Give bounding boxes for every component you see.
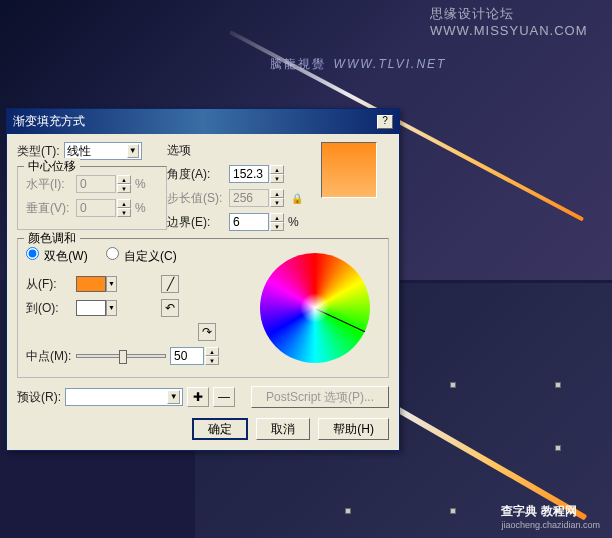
selection-handle[interactable] [555,382,561,388]
center-offset-group: 中心位移 水平(I): ▲▼ % 垂直(V): ▲▼ [17,166,167,230]
edge-input[interactable] [229,213,269,231]
midpoint-input[interactable] [170,347,204,365]
selection-handle[interactable] [450,508,456,514]
spin-up: ▲ [117,199,131,208]
horizontal-label: 水平(I): [26,176,72,193]
type-input[interactable] [67,144,127,158]
preset-add-button[interactable]: ✚ [187,387,209,407]
preset-input[interactable] [68,390,167,404]
lock-icon[interactable]: 🔒 [291,193,303,204]
gradient-fill-dialog: 渐变填充方式 ? 类型(T): ▼ 中心位移 水平(I): [6,108,400,451]
preset-remove-button[interactable]: — [213,387,235,407]
type-label: 类型(T): [17,143,60,160]
angle-input[interactable] [229,165,269,183]
titlebar[interactable]: 渐变填充方式 ? [7,109,399,134]
spin-down: ▼ [270,198,284,207]
vertical-label: 垂直(V): [26,200,72,217]
color-path-direct-button[interactable]: ╱ [161,275,179,293]
spin-down[interactable]: ▼ [270,174,284,183]
spin-up[interactable]: ▲ [270,213,284,222]
spin-up[interactable]: ▲ [270,165,284,174]
color-wheel[interactable] [260,253,370,363]
options-label: 选项 [167,142,313,159]
spin-down[interactable]: ▼ [205,356,219,365]
spin-down: ▼ [117,184,131,193]
gradient-preview-swatch [321,142,377,198]
help-titlebar-button[interactable]: ? [377,115,393,129]
horizontal-input [76,175,116,193]
color-path-ccw-button[interactable]: ↶ [161,299,179,317]
spin-down: ▼ [117,208,131,217]
vertical-input [76,199,116,217]
midpoint-field[interactable]: ▲▼ [170,347,219,365]
chevron-down-icon[interactable]: ▼ [127,144,139,158]
to-label: 到(O): [26,300,72,317]
watermark-bottom: 查字典 教程网 jiaocheng.chazidian.com [501,503,600,530]
selection-handle[interactable] [555,445,561,451]
color-blend-group: 颜色调和 双色(W) 自定义(C) 从(F): ▼ ╱ [17,238,389,378]
postscript-button: PostScript 选项(P)... [251,386,389,408]
selection-handle[interactable] [345,508,351,514]
step-field: ▲▼ [229,189,284,207]
spin-up: ▲ [117,175,131,184]
cancel-button[interactable]: 取消 [256,418,310,440]
color-path-cw-button[interactable]: ↷ [198,323,216,341]
from-color-picker[interactable]: ▼ [76,276,117,292]
midpoint-label: 中点(M): [26,348,72,365]
from-label: 从(F): [26,276,72,293]
spin-down[interactable]: ▼ [270,222,284,231]
midpoint-slider[interactable] [76,354,166,358]
twocolor-radio[interactable]: 双色(W) [26,247,88,265]
watermark-top: 思缘设计论坛 WWW.MISSYUAN.COM [430,5,612,38]
vertical-field: ▲▼ [76,199,131,217]
preset-combo[interactable]: ▼ [65,388,183,406]
step-label: 步长值(S): [167,190,225,207]
dialog-title: 渐变填充方式 [13,113,85,130]
preset-label: 预设(R): [17,389,61,406]
spin-up: ▲ [270,189,284,198]
help-button[interactable]: 帮助(H) [318,418,389,440]
angle-field[interactable]: ▲▼ [229,165,284,183]
angle-label: 角度(A): [167,166,225,183]
ok-button[interactable]: 确定 [192,418,248,440]
edge-label: 边界(E): [167,214,225,231]
watermark-logo: 騰龍視覺 WWW.TLVI.NET [270,50,446,73]
custom-radio[interactable]: 自定义(C) [106,247,177,265]
edge-field[interactable]: ▲▼ [229,213,284,231]
to-color-picker[interactable]: ▼ [76,300,117,316]
selection-handle[interactable] [450,382,456,388]
spin-up[interactable]: ▲ [205,347,219,356]
horizontal-field: ▲▼ [76,175,131,193]
chevron-down-icon[interactable]: ▼ [167,390,180,404]
step-input [229,189,269,207]
